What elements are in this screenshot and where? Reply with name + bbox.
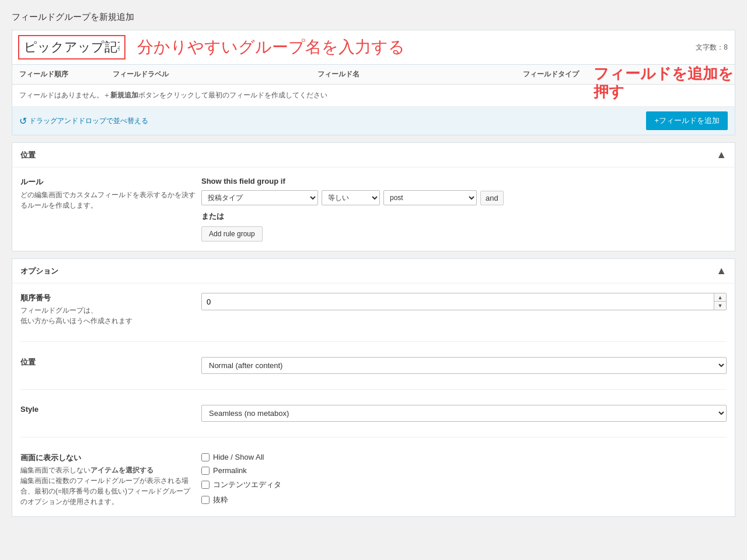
- rule-row: 投稿タイプ 等しい post and: [201, 190, 727, 205]
- position-toggle-icon: ▲: [716, 149, 727, 161]
- options-grid: 順序番号 フィールドグループは、低い方から高いほうへ作成されます ▲ ▼: [20, 293, 727, 507]
- options-toggle-icon: ▲: [716, 265, 727, 277]
- order-label-col: 順序番号 フィールドグループは、低い方から高いほうへ作成されます: [20, 293, 196, 326]
- show-if-label: Show this field group if: [201, 177, 727, 186]
- fields-footer: ↺ ドラッグアンドドロップで並べ替える フィールドを追加を 押す +フィールドを…: [12, 107, 735, 135]
- permalink-label: Permalink: [213, 466, 247, 475]
- hide-option-row: 画面に表示しない 編集画面で表示しないアイテムを選択する 編集画面に複数のフィー…: [20, 453, 727, 507]
- position-section-title: 位置: [20, 150, 36, 160]
- style-select[interactable]: Seamless (no metabox) Default box: [201, 405, 727, 422]
- drag-icon: ↺: [19, 116, 27, 127]
- style-control-col: Seamless (no metabox) Default box: [201, 405, 727, 422]
- hide-show-all-checkbox[interactable]: [201, 453, 210, 461]
- style-label-col: Style: [20, 405, 196, 415]
- col-name: フィールド名: [317, 69, 522, 79]
- position-control-col: Normal (after content) Side Acf options …: [201, 357, 727, 374]
- spinner-up-btn[interactable]: ▲: [714, 293, 726, 302]
- permalink-item[interactable]: Permalink: [201, 466, 727, 475]
- position-select[interactable]: Normal (after content) Side Acf options …: [201, 357, 727, 374]
- position-option-row: 位置 Normal (after content) Side Acf optio…: [20, 357, 727, 374]
- permalink-checkbox[interactable]: [201, 467, 210, 475]
- drag-sort-link[interactable]: ↺ ドラッグアンドドロップで並べ替える: [19, 116, 148, 127]
- options-section-body: 順序番号 フィールドグループは、低い方から高いほうへ作成されます ▲ ▼: [12, 284, 735, 516]
- fields-empty-row: フィールドはありません。＋新規追加ボタンをクリックして最初のフィールドを作成して…: [12, 85, 735, 107]
- rules-content-col: Show this field group if 投稿タイプ 等しい post …: [201, 177, 727, 242]
- fields-section: フィールド順序 フィールドラベル フィールド名 フィールドタイプ フィールドはあ…: [12, 65, 735, 135]
- options-section-title: オプション: [20, 266, 58, 276]
- options-section-header[interactable]: オプション ▲: [12, 259, 735, 284]
- group-name-hint: 分かりやすいグループ名を入力する: [137, 36, 696, 58]
- rules-desc: どの編集画面でカスタムフィールドを表示するかを決するルールを作成します。: [20, 190, 196, 211]
- options-section: オプション ▲ 順序番号 フィールドグループは、低い方から高いほうへ作成されます…: [12, 258, 735, 517]
- position-label-col: 位置: [20, 357, 196, 369]
- group-name-input-wrapper: [18, 35, 125, 60]
- char-count: 文字数：8: [696, 43, 728, 52]
- page-title: フィールドグループを新規追加: [12, 12, 735, 23]
- position-section-body: ルール どの編集画面でカスタムフィールドを表示するかを決するルールを作成します。…: [12, 167, 735, 251]
- hide-control-col: Hide / Show All Permalink コンテンツエディタ: [201, 453, 727, 505]
- excerpt-label: 抜粋: [213, 495, 228, 505]
- or-label: または: [201, 211, 727, 222]
- style-option-row: Style Seamless (no metabox) Default box: [20, 405, 727, 422]
- position-section-header[interactable]: 位置 ▲: [12, 143, 735, 167]
- order-option-row: 順序番号 フィールドグループは、低い方から高いほうへ作成されます ▲ ▼: [20, 293, 727, 326]
- order-spinners: ▲ ▼: [714, 293, 726, 310]
- rules-title: ルール: [20, 177, 196, 187]
- col-type: フィールドタイプ: [523, 69, 728, 79]
- content-editor-item[interactable]: コンテンツエディタ: [201, 480, 727, 490]
- condition-value-select[interactable]: post: [383, 190, 477, 205]
- order-number-input[interactable]: [202, 293, 714, 310]
- col-order: フィールド順序: [19, 69, 113, 79]
- spinner-down-btn[interactable]: ▼: [714, 302, 726, 310]
- condition-type-select[interactable]: 投稿タイプ: [201, 190, 318, 205]
- excerpt-checkbox[interactable]: [201, 496, 210, 504]
- style-option-title: Style: [20, 405, 196, 414]
- hide-label-col: 画面に表示しない 編集画面で表示しないアイテムを選択する 編集画面に複数のフィー…: [20, 453, 196, 507]
- page-wrapper: フィールドグループを新規追加 分かりやすいグループ名を入力する 文字数：8 フィ…: [0, 0, 747, 560]
- group-name-section: 分かりやすいグループ名を入力する 文字数：8: [12, 30, 735, 65]
- order-control-col: ▲ ▼: [201, 293, 727, 310]
- hide-show-all-label: Hide / Show All: [213, 453, 264, 461]
- add-field-button[interactable]: +フィールドを追加: [646, 111, 728, 130]
- content-editor-checkbox[interactable]: [201, 481, 210, 489]
- add-rule-group-button[interactable]: Add rule group: [201, 226, 263, 242]
- content-editor-label: コンテンツエディタ: [213, 480, 281, 490]
- position-option-title: 位置: [20, 357, 196, 368]
- and-label: and: [480, 191, 504, 205]
- rules-label-col: ルール どの編集画面でカスタムフィールドを表示するかを決するルールを作成します。: [20, 177, 196, 242]
- add-field-btn-wrapper: フィールドを追加を 押す +フィールドを追加: [646, 111, 728, 130]
- order-number-wrapper: ▲ ▼: [201, 293, 727, 310]
- checkbox-group: Hide / Show All Permalink コンテンツエディタ: [201, 453, 727, 505]
- fields-table-header: フィールド順序 フィールドラベル フィールド名 フィールドタイプ: [12, 65, 735, 85]
- rules-row: ルール どの編集画面でカスタムフィールドを表示するかを決するルールを作成します。…: [20, 177, 727, 242]
- order-title: 順序番号: [20, 293, 196, 303]
- condition-operator-select[interactable]: 等しい: [322, 190, 380, 205]
- col-label: フィールドラベル: [113, 69, 317, 79]
- order-desc: フィールドグループは、低い方から高いほうへ作成されます: [20, 305, 196, 326]
- hide-option-title: 画面に表示しない: [20, 453, 196, 463]
- group-name-input[interactable]: [19, 36, 124, 58]
- position-section: 位置 ▲ ルール どの編集画面でカスタムフィールドを表示するかを決するルールを作…: [12, 142, 735, 251]
- excerpt-item[interactable]: 抜粋: [201, 495, 727, 505]
- hide-option-desc: 編集画面で表示しないアイテムを選択する 編集画面に複数のフィールドグループが表示…: [20, 465, 196, 507]
- hide-show-all-item[interactable]: Hide / Show All: [201, 453, 727, 461]
